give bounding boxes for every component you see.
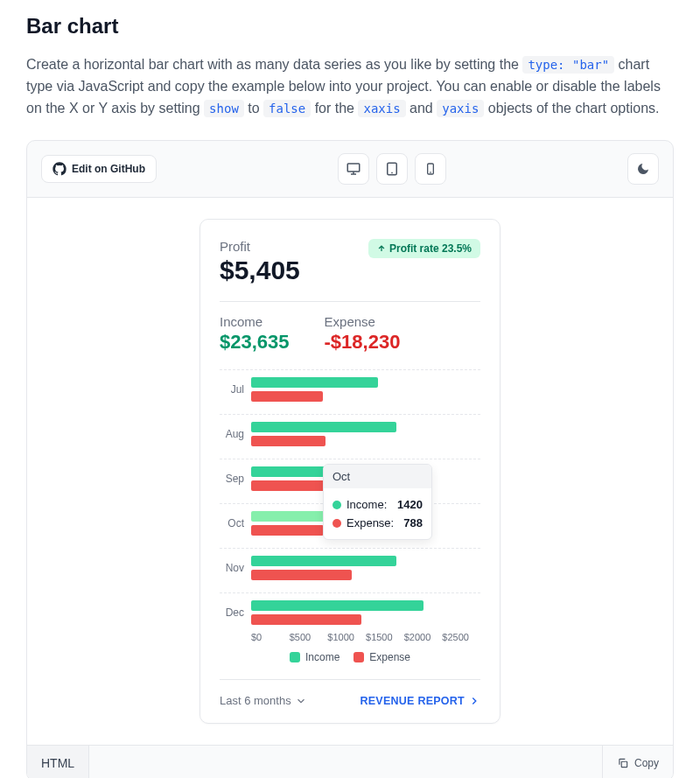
y-category-label: Nov xyxy=(220,562,244,574)
chart-tooltip: Oct Income:1420 Expense:788 xyxy=(323,464,432,540)
desktop-icon xyxy=(346,161,361,177)
expense-bar[interactable] xyxy=(251,614,361,625)
dark-mode-toggle[interactable] xyxy=(627,153,659,185)
desktop-view-button[interactable] xyxy=(338,153,369,185)
expense-bar[interactable] xyxy=(251,436,326,446)
code-xaxis: xaxis xyxy=(358,100,405,117)
x-tick-label: $1500 xyxy=(366,632,404,642)
profit-value: $5,405 xyxy=(220,256,300,285)
mobile-icon xyxy=(424,162,438,176)
legend-expense[interactable]: Expense xyxy=(354,651,410,663)
y-category-label: Sep xyxy=(220,473,244,485)
time-range-dropdown[interactable]: Last 6 months xyxy=(220,694,307,707)
tablet-icon xyxy=(384,161,400,177)
github-icon xyxy=(52,162,66,176)
svg-rect-0 xyxy=(347,164,360,172)
section-title: Bar chart xyxy=(26,14,674,39)
tablet-view-button[interactable] xyxy=(376,153,408,185)
edit-on-github-label: Edit on GitHub xyxy=(72,163,145,175)
income-bar[interactable] xyxy=(251,377,378,388)
edit-on-github-button[interactable]: Edit on GitHub xyxy=(41,155,157,183)
chart-row[interactable]: Aug xyxy=(220,414,480,446)
x-axis: $0$500$1000$1500$2000$2500 xyxy=(220,632,480,642)
chart-row[interactable]: Dec xyxy=(220,592,480,625)
arrow-up-icon xyxy=(377,244,386,253)
section-description: Create a horizontal bar chart with as ma… xyxy=(26,54,674,119)
tooltip-title: Oct xyxy=(324,465,431,488)
toolbar: Edit on GitHub xyxy=(27,141,673,198)
income-label: Income xyxy=(220,314,290,329)
bar-chart: JulAugSepOctNovDec $0$500$1000$1500$2000… xyxy=(220,369,480,663)
code-show: show xyxy=(204,100,244,117)
x-tick-label: $1000 xyxy=(327,632,366,642)
x-tick-label: $2000 xyxy=(404,632,443,642)
legend-income[interactable]: Income xyxy=(290,651,340,663)
profit-card: Profit $5,405 Profit rate 23.5% Income $… xyxy=(200,219,500,724)
copy-icon xyxy=(617,757,629,769)
income-bar[interactable] xyxy=(251,600,424,611)
moon-icon xyxy=(636,162,650,176)
income-value: $23,635 xyxy=(220,331,290,354)
expense-bar[interactable] xyxy=(251,391,323,402)
mobile-view-button[interactable] xyxy=(415,153,446,185)
expense-value: -$18,230 xyxy=(325,331,401,354)
y-category-label: Dec xyxy=(220,606,244,619)
profit-rate-badge: Profit rate 23.5% xyxy=(368,239,480,258)
code-type-bar: type: "bar" xyxy=(522,56,614,74)
y-category-label: Aug xyxy=(220,428,244,440)
svg-rect-3 xyxy=(621,762,626,767)
x-tick-label: $500 xyxy=(290,632,328,642)
example-wrapper: Edit on GitHub Profit $5,405 xyxy=(26,140,674,778)
code-tabs: HTML Copy xyxy=(27,745,673,778)
profit-label: Profit xyxy=(220,239,300,254)
expense-bar[interactable] xyxy=(251,480,331,491)
code-false: false xyxy=(263,100,311,117)
tab-html[interactable]: HTML xyxy=(27,746,89,778)
x-tick-label: $0 xyxy=(251,632,290,642)
expense-label: Expense xyxy=(325,314,401,329)
chevron-down-icon xyxy=(295,695,307,707)
y-category-label: Oct xyxy=(220,517,244,529)
revenue-report-link[interactable]: REVENUE REPORT xyxy=(360,695,481,707)
x-tick-label: $2500 xyxy=(442,632,480,642)
income-bar[interactable] xyxy=(251,422,396,432)
expense-bar[interactable] xyxy=(251,525,324,536)
chart-legend: Income Expense xyxy=(220,651,480,663)
chart-row[interactable]: Nov xyxy=(220,548,480,580)
copy-button[interactable]: Copy xyxy=(602,746,673,778)
code-yaxis: yaxis xyxy=(437,100,484,117)
income-bar[interactable] xyxy=(251,556,396,566)
y-category-label: Jul xyxy=(220,383,244,396)
preview-canvas: Profit $5,405 Profit rate 23.5% Income $… xyxy=(27,198,673,745)
expense-bar[interactable] xyxy=(251,570,352,580)
chevron-right-icon xyxy=(468,695,480,707)
chart-row[interactable]: Jul xyxy=(220,369,480,402)
